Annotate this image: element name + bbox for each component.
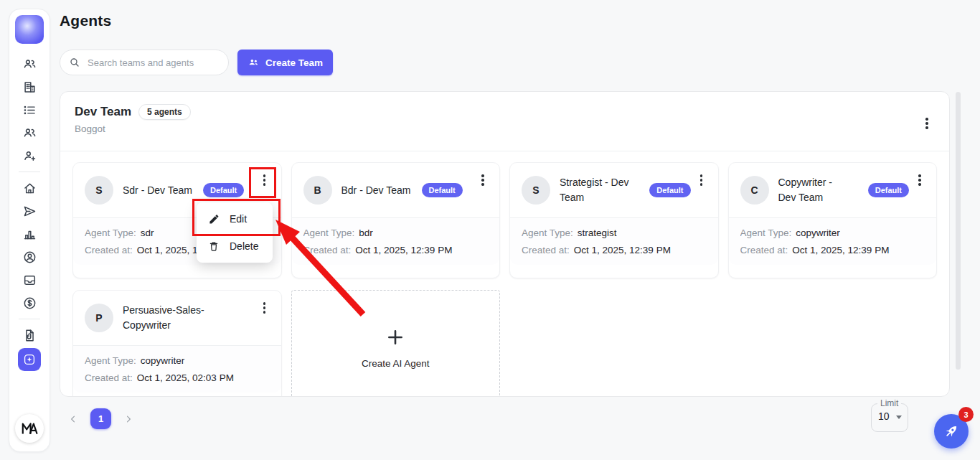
created-at-value: Oct 1, 2025, 12:39 PM <box>355 245 452 255</box>
groups-icon[interactable] <box>17 121 42 144</box>
agents-page: Agents Create Team Dev Team 5 agents Bog… <box>0 0 980 460</box>
agent-type-value: strategist <box>578 227 617 238</box>
agent-name: Copywriter - Dev Team <box>778 175 848 205</box>
search-box <box>60 50 229 75</box>
chevron-down-icon <box>896 416 902 419</box>
avatar: S <box>85 176 113 205</box>
delete-label: Delete <box>230 240 258 252</box>
agent-type-value: bdr <box>359 227 373 238</box>
avatar: S <box>522 176 550 205</box>
rocket-icon <box>942 422 961 441</box>
previous-page-button[interactable] <box>66 409 80 429</box>
agents-count-badge: 5 agents <box>138 104 191 120</box>
sidebar-divider <box>19 319 40 319</box>
toolbar: Create Team <box>60 50 333 75</box>
agent-kebab-menu-button[interactable] <box>912 172 928 189</box>
chevron-left-icon <box>68 414 78 424</box>
agent-card-bdr: B Bdr - Dev Team Default Agent Type:bdr … <box>291 162 501 278</box>
sidebar-divider <box>19 172 40 172</box>
default-badge: Default <box>868 183 909 197</box>
created-at-value: Oct 1, 2025, 02:03 PM <box>137 372 234 383</box>
agent-kebab-menu-button[interactable] <box>694 172 710 189</box>
create-ai-agent-label: Create AI Agent <box>362 358 430 369</box>
create-ai-agent-card[interactable]: Create AI Agent <box>291 290 501 397</box>
agent-card-sdr: S Sdr - Dev Team Default Agent Type:sdr … <box>72 162 282 278</box>
person-add-icon[interactable] <box>17 144 42 167</box>
company-icon[interactable] <box>17 75 42 98</box>
default-badge: Default <box>422 183 463 197</box>
avatar: P <box>85 304 113 332</box>
team-panel: Dev Team 5 agents Boggot S Sdr - Dev Tea… <box>60 91 950 397</box>
workspace-monogram-logo[interactable] <box>15 414 44 443</box>
agent-cards-grid: S Sdr - Dev Team Default Agent Type:sdr … <box>60 151 949 397</box>
created-at-value: Oct 1, 2025, 12:39 PM <box>792 245 889 255</box>
created-at-value: Oct 1, 2025, 12:39 PM <box>574 245 671 255</box>
edit-label: Edit <box>230 213 247 225</box>
avatar: B <box>303 176 332 205</box>
default-badge: Default <box>203 183 244 197</box>
pencil-icon <box>208 213 220 225</box>
page-title: Agents <box>60 12 111 29</box>
agent-type-value: copywriter <box>796 227 840 238</box>
team-kebab-menu-button[interactable] <box>919 115 935 132</box>
create-team-label: Create Team <box>265 57 323 68</box>
created-at-label: Created at: <box>85 372 133 383</box>
agent-card-copywriter: C Copywriter - Dev Team Default Agent Ty… <box>728 162 938 278</box>
trash-icon <box>208 240 220 252</box>
notification-badge: 3 <box>958 407 974 422</box>
list-icon[interactable] <box>17 98 42 121</box>
vertical-scrollbar[interactable] <box>956 92 961 370</box>
agent-type-label: Agent Type: <box>303 227 355 238</box>
page-1-button[interactable]: 1 <box>90 408 111 429</box>
app-logo[interactable] <box>15 15 44 44</box>
agent-kebab-menu-button[interactable] <box>257 299 273 316</box>
agent-name: Bdr - Dev Team <box>341 183 411 198</box>
avatar: C <box>740 176 769 205</box>
ai-agents-icon[interactable] <box>18 348 41 371</box>
agent-kebab-menu-button[interactable] <box>257 172 273 189</box>
created-at-label: Created at: <box>740 245 788 255</box>
next-page-button[interactable] <box>121 409 136 429</box>
chevron-right-icon <box>123 414 133 424</box>
context-menu: Edit Delete <box>197 202 273 263</box>
limit-value: 10 <box>878 410 890 422</box>
search-input[interactable] <box>86 57 218 69</box>
context-menu-delete[interactable]: Delete <box>197 233 273 260</box>
created-at-label: Created at: <box>522 245 570 255</box>
analytics-icon[interactable] <box>17 222 42 245</box>
agent-type-label: Agent Type: <box>740 227 792 238</box>
created-at-label: Created at: <box>85 245 133 255</box>
agent-type-label: Agent Type: <box>85 355 136 366</box>
agent-card-strategist: S Strategist - Dev Team Default Agent Ty… <box>509 162 719 278</box>
agent-name: Sdr - Dev Team <box>123 183 192 198</box>
default-badge: Default <box>649 183 690 197</box>
sidebar <box>9 9 50 452</box>
team-owner: Boggot <box>75 123 935 134</box>
agent-card-persuasive-sales-copywriter: P Persuasive-Sales-Copywriter Agent Type… <box>72 290 282 397</box>
people-icon <box>248 57 260 69</box>
limit-select[interactable]: Limit 10 <box>871 403 908 432</box>
agent-name: Persuasive-Sales-Copywriter <box>123 303 220 333</box>
billing-icon[interactable] <box>17 291 42 314</box>
agent-type-label: Agent Type: <box>85 227 136 238</box>
agent-type-value: sdr <box>141 227 154 238</box>
account-icon[interactable] <box>17 245 42 268</box>
agent-name: Strategist - Dev Team <box>560 175 629 205</box>
send-icon[interactable] <box>17 200 42 222</box>
limit-label: Limit <box>877 398 901 408</box>
teams-icon[interactable] <box>17 52 42 75</box>
agent-kebab-menu-button[interactable] <box>475 172 491 189</box>
agent-type-label: Agent Type: <box>522 227 573 238</box>
home-icon[interactable] <box>17 177 42 200</box>
context-menu-edit[interactable]: Edit <box>197 205 273 233</box>
create-team-button[interactable]: Create Team <box>237 50 333 75</box>
documents-icon[interactable] <box>17 324 42 347</box>
team-name: Dev Team <box>75 105 131 119</box>
agent-type-value: copywriter <box>141 355 185 366</box>
created-at-label: Created at: <box>303 245 352 255</box>
inbox-icon[interactable] <box>17 268 42 291</box>
team-header: Dev Team 5 agents Boggot <box>60 92 949 151</box>
search-icon <box>69 57 80 68</box>
plus-icon <box>386 328 405 347</box>
pagination: 1 <box>66 408 136 429</box>
